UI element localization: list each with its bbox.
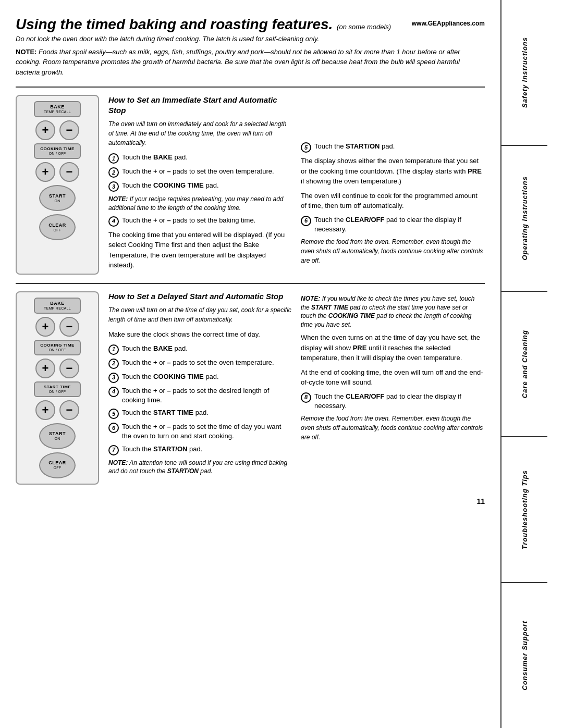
bake-sub-2: TEMP RECALL bbox=[38, 306, 77, 311]
bake-label-2: BAKE bbox=[38, 301, 77, 306]
plus-button-1b[interactable]: + bbox=[35, 162, 55, 182]
minus-button-2b[interactable]: − bbox=[59, 359, 79, 378]
step-1-3: 3 Touch the COOKING TIME pad. bbox=[108, 181, 292, 192]
sidebar-safety-label: Safety Instructions bbox=[521, 37, 529, 108]
page-number: 11 bbox=[16, 497, 485, 505]
section2-left: How to Set a Delayed Start and Automatic… bbox=[108, 291, 292, 485]
sidebar-section-care: Care and Cleaning bbox=[501, 292, 547, 438]
section2-body-right-3: Remove the food from the oven. Remember,… bbox=[301, 414, 485, 442]
plus-button-2c[interactable]: + bbox=[35, 400, 55, 420]
website: www.GEAppliances.com bbox=[412, 20, 485, 27]
clear-sub-1: OFF bbox=[54, 228, 62, 232]
plus-minus-row-2a: + − bbox=[35, 317, 79, 337]
section2-body-right-2: At the end of cooking time, the oven wil… bbox=[301, 367, 485, 388]
step-2-4: 4 Touch the + or – pads to set the desir… bbox=[108, 386, 292, 405]
start-label-2: START bbox=[49, 431, 66, 437]
section1-body-right-3: Remove the food from the oven. Remember,… bbox=[301, 237, 485, 265]
start-time-button-2: START TIME ON / OFF bbox=[34, 381, 81, 397]
bake-sub: TEMP RECALL bbox=[38, 110, 77, 114]
sidebar-section-troubleshooting: Troubleshooting Tips bbox=[501, 437, 547, 583]
step-2-5: 5 Touch the START TIME pad. bbox=[108, 408, 292, 419]
step-1-1: 1 Touch the BAKE pad. bbox=[108, 153, 292, 164]
sidebar: Safety Instructions Operating Instructio… bbox=[500, 0, 547, 728]
clear-sub-2: OFF bbox=[54, 466, 62, 470]
clear-button-1[interactable]: CLEAR OFF bbox=[39, 214, 76, 240]
step-2-8: 8 Touch the CLEAR/OFF pad to clear the d… bbox=[301, 392, 485, 411]
section1-instructions: How to Set an Immediate Start and Automa… bbox=[108, 95, 485, 275]
plus-minus-row-1a: + − bbox=[35, 120, 79, 140]
minus-button-1b[interactable]: − bbox=[59, 162, 79, 182]
clear-label-1: CLEAR bbox=[48, 223, 66, 228]
start-sub-1: ON bbox=[54, 199, 60, 203]
section2-body-right-1: When the oven turns on at the time of da… bbox=[301, 332, 485, 363]
step-2-2: 2 Touch the + or – pads to set the oven … bbox=[108, 358, 292, 369]
section1: BAKE TEMP RECALL + − COOKING TIME ON / O… bbox=[16, 87, 485, 282]
cooking-time-button-1: COOKING TIME ON / OFF bbox=[34, 143, 81, 159]
section2-instructions: How to Set a Delayed Start and Automatic… bbox=[108, 291, 485, 485]
control-panel-1: BAKE TEMP RECALL + − COOKING TIME ON / O… bbox=[16, 95, 99, 275]
clear-label-2: CLEAR bbox=[48, 460, 66, 466]
minus-button-2c[interactable]: − bbox=[59, 400, 79, 420]
minus-button-2a[interactable]: − bbox=[59, 317, 79, 337]
step-1-2: 2 Touch the + or – pads to set the oven … bbox=[108, 167, 292, 178]
step-1-6: 6 Touch the CLEAR/OFF pad to clear the d… bbox=[301, 215, 485, 234]
sidebar-section-consumer: Consumer Support bbox=[501, 583, 547, 728]
sidebar-consumer-label: Consumer Support bbox=[521, 621, 529, 690]
bake-button-1: BAKE TEMP RECALL bbox=[34, 101, 81, 117]
sidebar-section-operating: Operating Instructions bbox=[501, 146, 547, 292]
title-text: Using the timed baking and roasting feat… bbox=[16, 16, 333, 32]
sidebar-troubleshooting-label: Troubleshooting Tips bbox=[521, 470, 529, 549]
minus-button-1a[interactable]: − bbox=[59, 120, 79, 140]
section1-left: How to Set an Immediate Start and Automa… bbox=[108, 95, 292, 275]
section2-heading: How to Set a Delayed Start and Automatic… bbox=[108, 291, 292, 302]
step-2-6: 6 Touch the + or – pads to set the time … bbox=[108, 422, 292, 441]
start-button-2[interactable]: START ON bbox=[39, 423, 76, 449]
section2-right: NOTE: If you would like to check the tim… bbox=[301, 291, 485, 485]
cooking-time-label: COOKING TIME bbox=[38, 146, 77, 152]
plus-minus-row-2b: + − bbox=[35, 359, 79, 378]
clear-button-2[interactable]: CLEAR OFF bbox=[39, 452, 76, 478]
start-button-1[interactable]: START ON bbox=[39, 185, 76, 211]
sidebar-care-label: Care and Cleaning bbox=[521, 330, 529, 398]
sidebar-section-safety: Safety Instructions bbox=[501, 0, 547, 146]
content-area: Using the timed baking and roasting feat… bbox=[0, 0, 500, 728]
section1-heading: How to Set an Immediate Start and Automa… bbox=[108, 95, 292, 115]
sidebar-operating-label: Operating Instructions bbox=[521, 176, 529, 260]
subtitle: Do not lock the oven door with the latch… bbox=[16, 34, 485, 44]
start-sub-2: ON bbox=[54, 437, 60, 441]
page-title: Using the timed baking and roasting feat… bbox=[16, 16, 391, 32]
title-note: (on some models) bbox=[337, 23, 391, 31]
plus-button-1a[interactable]: + bbox=[35, 120, 55, 140]
control-panel-2: BAKE TEMP RECALL + − COOKING TIME ON / O… bbox=[16, 291, 99, 485]
section1-body-right-1: The display shows either the oven temper… bbox=[301, 156, 485, 187]
section1-body-left: The cooking time that you entered will b… bbox=[108, 230, 292, 270]
bake-button-2: BAKE TEMP RECALL bbox=[34, 298, 81, 314]
plus-button-2a[interactable]: + bbox=[35, 317, 55, 337]
plus-minus-row-2c: + − bbox=[35, 400, 79, 420]
section2-intro: The oven will turn on at the time of day… bbox=[108, 305, 292, 324]
section2-body-left-1: Make sure the clock shows the correct ti… bbox=[108, 329, 292, 340]
cooking-time-sub-2: ON / OFF bbox=[38, 348, 77, 352]
section2-note-left: NOTE: An attention tone will sound if yo… bbox=[108, 459, 292, 476]
plus-minus-row-1b: + − bbox=[35, 162, 79, 182]
title-row: Using the timed baking and roasting feat… bbox=[16, 16, 485, 33]
cooking-time-label-2: COOKING TIME bbox=[38, 343, 77, 348]
section1-right: 5 Touch the START/ON pad. The display sh… bbox=[301, 95, 485, 275]
start-label-1: START bbox=[49, 193, 66, 199]
step-2-3: 3 Touch the COOKING TIME pad. bbox=[108, 372, 292, 383]
section1-intro: The oven will turn on immediately and co… bbox=[108, 119, 292, 147]
step-1-5: 5 Touch the START/ON pad. bbox=[301, 142, 485, 153]
note-text: NOTE: Foods that spoil easily—such as mi… bbox=[16, 47, 485, 78]
step-2-7: 7 Touch the START/ON pad. bbox=[108, 445, 292, 455]
step-1-4: 4 Touch the + or – pads to set the bakin… bbox=[108, 216, 292, 227]
section2-note-right-1: NOTE: If you would like to check the tim… bbox=[301, 294, 485, 329]
step-2-1: 1 Touch the BAKE pad. bbox=[108, 344, 292, 355]
main-container: Using the timed baking and roasting feat… bbox=[0, 0, 563, 728]
start-time-label: START TIME bbox=[38, 385, 77, 390]
section1-note-inline: NOTE: If your recipe requires preheating… bbox=[108, 195, 292, 213]
section1-body-right-2: The oven will continue to cook for the p… bbox=[301, 191, 485, 211]
plus-button-2b[interactable]: + bbox=[35, 359, 55, 378]
cooking-time-sub: ON / OFF bbox=[38, 152, 77, 156]
cooking-time-button-2: COOKING TIME ON / OFF bbox=[34, 340, 81, 355]
bake-label: BAKE bbox=[38, 104, 77, 110]
